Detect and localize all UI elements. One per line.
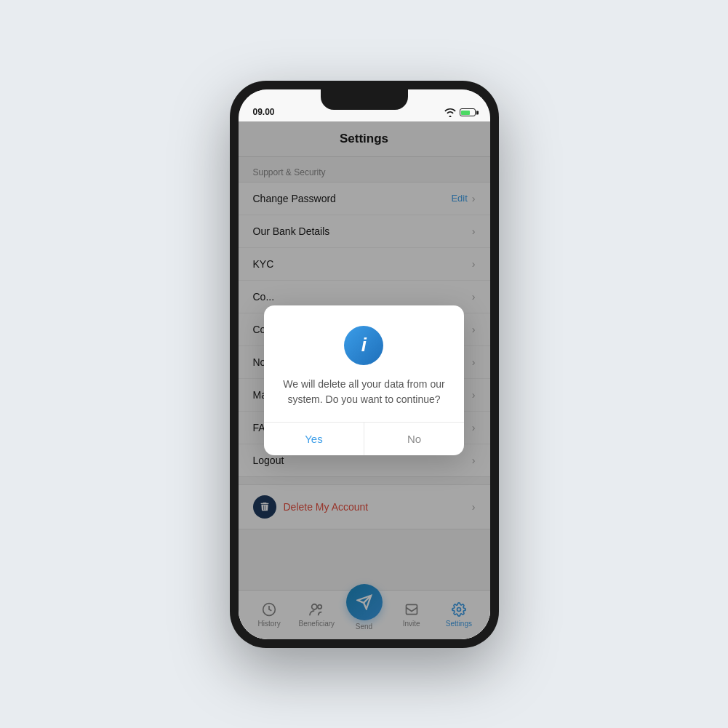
phone-frame: 09.00 Setting: [230, 81, 499, 648]
info-icon-circle: i: [344, 326, 383, 365]
modal-yes-button[interactable]: Yes: [264, 423, 364, 455]
modal-overlay: i We will delete all your data from our …: [239, 121, 490, 639]
status-time: 09.00: [253, 107, 275, 117]
modal-buttons: Yes No: [264, 422, 464, 455]
info-icon: i: [361, 335, 367, 354]
modal-no-button[interactable]: No: [364, 423, 464, 455]
page-wrapper: 09.00 Setting: [0, 0, 728, 728]
battery-icon: [460, 108, 476, 116]
wifi-icon: [444, 108, 456, 117]
phone-screen: 09.00 Setting: [239, 89, 490, 639]
screen-content: Settings Support & Security Change Passw…: [239, 121, 490, 639]
status-icons: [444, 108, 476, 117]
modal-message: We will delete all your data from our sy…: [281, 377, 447, 407]
phone-notch: [321, 89, 408, 110]
modal-box: i We will delete all your data from our …: [264, 305, 464, 455]
modal-icon-wrap: i: [281, 326, 447, 365]
battery-fill: [461, 111, 470, 115]
